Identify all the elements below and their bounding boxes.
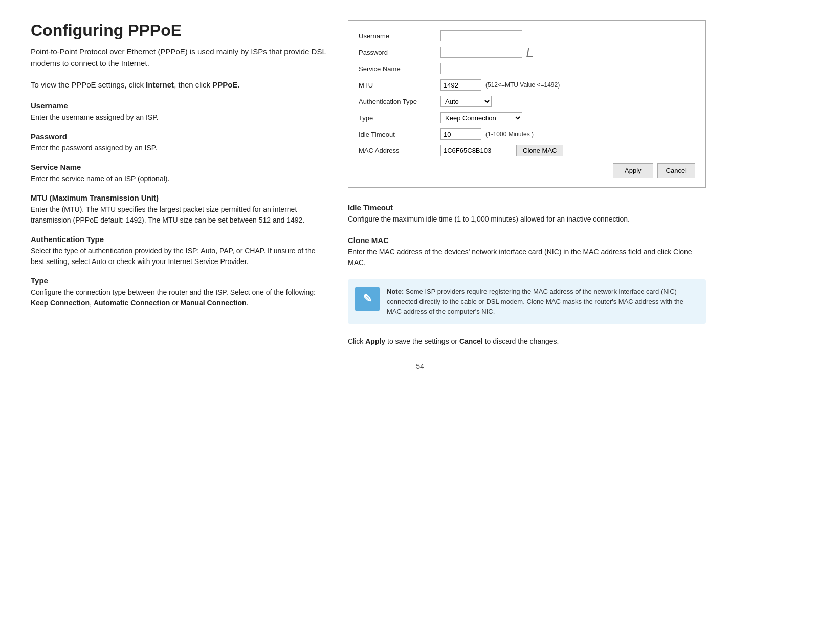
right-body-clone-mac: Enter the MAC address of the devices' ne…	[348, 247, 706, 268]
input-service-name[interactable]	[440, 63, 522, 74]
label-username: Username	[359, 32, 440, 40]
label-mtu: MTU	[359, 81, 440, 89]
note-text-body: Note: Some ISP providers require registe…	[387, 287, 699, 317]
cancel-button[interactable]: Cancel	[657, 163, 695, 178]
section-type: Type Configure the connection type betwe…	[31, 276, 327, 309]
action-row: Apply Cancel	[359, 163, 695, 178]
input-mtu[interactable]	[440, 79, 481, 91]
config-row-username: Username	[359, 30, 695, 41]
config-row-idle-timeout: Idle Timeout (1-1000 Minutes )	[359, 128, 695, 140]
section-body-type: Configure the connection type between th…	[31, 287, 327, 309]
select-auth-type[interactable]: Auto PAP CHAP	[440, 96, 492, 107]
input-mac-address[interactable]	[440, 145, 512, 156]
view-instruction: To view the PPPoE settings, click Intern…	[31, 79, 327, 91]
section-body-auth-type: Select the type of authentication provid…	[31, 246, 327, 267]
page-wrapper: Configuring PPPoE Point-to-Point Protoco…	[31, 20, 809, 370]
apply-button[interactable]: Apply	[613, 163, 653, 178]
label-password: Password	[359, 49, 440, 56]
label-type: Type	[359, 114, 440, 122]
clone-mac-button[interactable]: Clone MAC	[516, 145, 563, 156]
section-title-username: Username	[31, 101, 327, 110]
config-row-password: Password	[359, 47, 695, 58]
cursor-icon	[526, 48, 534, 57]
note-icon: ✎	[355, 287, 380, 311]
config-row-mac-address: MAC Address Clone MAC	[359, 145, 695, 156]
section-title-mtu: MTU (Maximum Transmission Unit)	[31, 193, 327, 202]
page-footer: 54	[31, 362, 809, 370]
idle-timeout-note: (1-1000 Minutes )	[485, 130, 534, 138]
right-sections: Idle Timeout Configure the maximum idle …	[348, 203, 706, 347]
right-title-clone-mac: Clone MAC	[348, 236, 706, 245]
section-title-service-name: Service Name	[31, 163, 327, 171]
right-column: Username Password Service Name MTU	[348, 20, 706, 347]
right-section-idle-timeout: Idle Timeout Configure the maximum idle …	[348, 203, 706, 225]
left-column: Configuring PPPoE Point-to-Point Protoco…	[31, 20, 327, 318]
section-body-username: Enter the username assigned by an ISP.	[31, 112, 327, 123]
note-box: ✎ Note: Some ISP providers require regis…	[348, 279, 706, 324]
section-body-mtu: Enter the (MTU). The MTU specifies the l…	[31, 204, 327, 226]
right-body-idle-timeout: Configure the maximum idle time (1 to 1,…	[348, 214, 706, 225]
select-type[interactable]: Keep Connection Automatic Connection Man…	[440, 112, 522, 123]
section-password: Password Enter the password assigned by …	[31, 132, 327, 154]
config-row-auth-type: Authentication Type Auto PAP CHAP	[359, 96, 695, 107]
section-username: Username Enter the username assigned by …	[31, 101, 327, 123]
mtu-note: (512<=MTU Value <=1492)	[485, 81, 560, 89]
label-idle-timeout: Idle Timeout	[359, 130, 440, 138]
label-mac-address: MAC Address	[359, 147, 440, 155]
page-title: Configuring PPPoE	[31, 20, 327, 40]
intro-text: Point-to-Point Protocol over Ethernet (P…	[31, 47, 326, 68]
intro-paragraph: Point-to-Point Protocol over Ethernet (P…	[31, 46, 327, 69]
config-form: Username Password Service Name MTU	[348, 20, 706, 188]
section-body-password: Enter the password assigned by an ISP.	[31, 143, 327, 154]
page-number: 54	[416, 362, 424, 370]
footer-instruction: Click Apply to save the settings or Canc…	[348, 336, 706, 347]
right-title-idle-timeout: Idle Timeout	[348, 203, 706, 212]
right-section-clone-mac: Clone MAC Enter the MAC address of the d…	[348, 236, 706, 268]
label-service-name: Service Name	[359, 65, 440, 73]
section-service-name: Service Name Enter the service name of a…	[31, 163, 327, 184]
section-title-type: Type	[31, 276, 327, 285]
section-title-auth-type: Authentication Type	[31, 235, 327, 244]
section-title-password: Password	[31, 132, 327, 141]
main-layout: Configuring PPPoE Point-to-Point Protoco…	[31, 20, 809, 347]
input-password[interactable]	[440, 47, 522, 58]
section-auth-type: Authentication Type Select the type of a…	[31, 235, 327, 267]
config-row-mtu: MTU (512<=MTU Value <=1492)	[359, 79, 695, 91]
config-row-service-name: Service Name	[359, 63, 695, 74]
section-mtu: MTU (Maximum Transmission Unit) Enter th…	[31, 193, 327, 226]
input-idle-timeout[interactable]	[440, 128, 481, 140]
section-body-service-name: Enter the service name of an ISP (option…	[31, 173, 327, 184]
input-username[interactable]	[440, 30, 522, 41]
label-auth-type: Authentication Type	[359, 98, 440, 105]
config-row-type: Type Keep Connection Automatic Connectio…	[359, 112, 695, 123]
